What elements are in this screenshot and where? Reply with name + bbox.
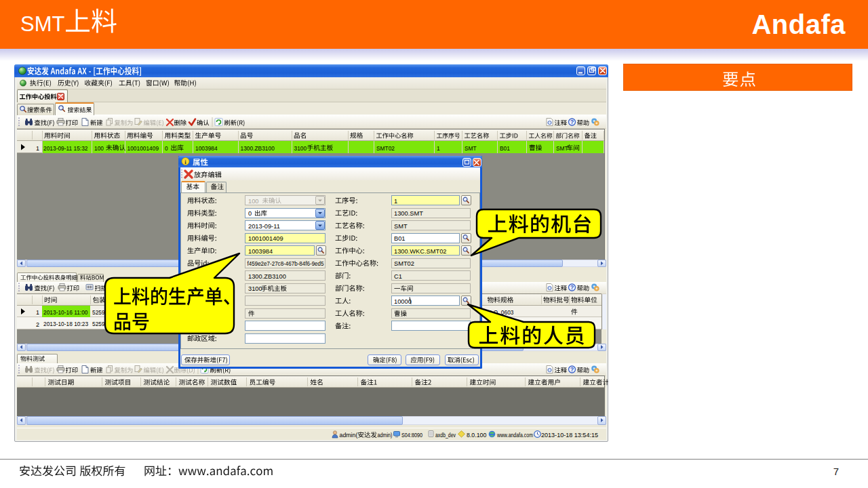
svg-text:7: 7 [833, 466, 839, 477]
